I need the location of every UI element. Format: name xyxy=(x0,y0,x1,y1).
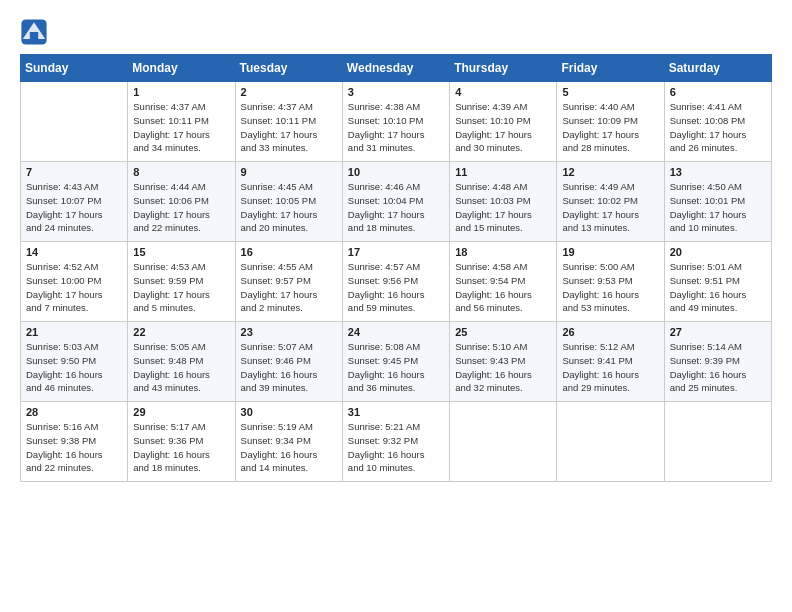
calendar-cell: 16Sunrise: 4:55 AM Sunset: 9:57 PM Dayli… xyxy=(235,242,342,322)
calendar-cell: 31Sunrise: 5:21 AM Sunset: 9:32 PM Dayli… xyxy=(342,402,449,482)
day-number: 2 xyxy=(241,86,337,98)
day-number: 6 xyxy=(670,86,766,98)
day-number: 9 xyxy=(241,166,337,178)
day-number: 14 xyxy=(26,246,122,258)
day-number: 17 xyxy=(348,246,444,258)
calendar-cell: 28Sunrise: 5:16 AM Sunset: 9:38 PM Dayli… xyxy=(21,402,128,482)
day-info: Sunrise: 4:37 AM Sunset: 10:11 PM Daylig… xyxy=(241,100,337,155)
day-info: Sunrise: 4:41 AM Sunset: 10:08 PM Daylig… xyxy=(670,100,766,155)
day-number: 4 xyxy=(455,86,551,98)
calendar-week-4: 21Sunrise: 5:03 AM Sunset: 9:50 PM Dayli… xyxy=(21,322,772,402)
calendar-cell: 10Sunrise: 4:46 AM Sunset: 10:04 PM Dayl… xyxy=(342,162,449,242)
day-number: 19 xyxy=(562,246,658,258)
day-info: Sunrise: 5:01 AM Sunset: 9:51 PM Dayligh… xyxy=(670,260,766,315)
day-number: 16 xyxy=(241,246,337,258)
day-info: Sunrise: 5:07 AM Sunset: 9:46 PM Dayligh… xyxy=(241,340,337,395)
calendar-cell xyxy=(450,402,557,482)
day-info: Sunrise: 5:12 AM Sunset: 9:41 PM Dayligh… xyxy=(562,340,658,395)
header-day-sunday: Sunday xyxy=(21,55,128,82)
day-info: Sunrise: 4:50 AM Sunset: 10:01 PM Daylig… xyxy=(670,180,766,235)
day-info: Sunrise: 5:14 AM Sunset: 9:39 PM Dayligh… xyxy=(670,340,766,395)
day-number: 1 xyxy=(133,86,229,98)
header-day-monday: Monday xyxy=(128,55,235,82)
calendar-cell: 24Sunrise: 5:08 AM Sunset: 9:45 PM Dayli… xyxy=(342,322,449,402)
header-row-days: SundayMondayTuesdayWednesdayThursdayFrid… xyxy=(21,55,772,82)
day-number: 8 xyxy=(133,166,229,178)
day-info: Sunrise: 4:46 AM Sunset: 10:04 PM Daylig… xyxy=(348,180,444,235)
calendar-cell: 23Sunrise: 5:07 AM Sunset: 9:46 PM Dayli… xyxy=(235,322,342,402)
calendar-cell: 25Sunrise: 5:10 AM Sunset: 9:43 PM Dayli… xyxy=(450,322,557,402)
day-number: 26 xyxy=(562,326,658,338)
day-info: Sunrise: 4:52 AM Sunset: 10:00 PM Daylig… xyxy=(26,260,122,315)
calendar-cell xyxy=(557,402,664,482)
calendar-cell: 19Sunrise: 5:00 AM Sunset: 9:53 PM Dayli… xyxy=(557,242,664,322)
day-info: Sunrise: 4:55 AM Sunset: 9:57 PM Dayligh… xyxy=(241,260,337,315)
calendar-cell: 6Sunrise: 4:41 AM Sunset: 10:08 PM Dayli… xyxy=(664,82,771,162)
calendar-week-1: 1Sunrise: 4:37 AM Sunset: 10:11 PM Dayli… xyxy=(21,82,772,162)
day-info: Sunrise: 4:57 AM Sunset: 9:56 PM Dayligh… xyxy=(348,260,444,315)
calendar-cell: 5Sunrise: 4:40 AM Sunset: 10:09 PM Dayli… xyxy=(557,82,664,162)
day-number: 10 xyxy=(348,166,444,178)
day-number: 27 xyxy=(670,326,766,338)
calendar-cell: 17Sunrise: 4:57 AM Sunset: 9:56 PM Dayli… xyxy=(342,242,449,322)
day-number: 31 xyxy=(348,406,444,418)
day-number: 15 xyxy=(133,246,229,258)
calendar-cell: 27Sunrise: 5:14 AM Sunset: 9:39 PM Dayli… xyxy=(664,322,771,402)
day-info: Sunrise: 4:53 AM Sunset: 9:59 PM Dayligh… xyxy=(133,260,229,315)
day-info: Sunrise: 4:45 AM Sunset: 10:05 PM Daylig… xyxy=(241,180,337,235)
calendar-container: SundayMondayTuesdayWednesdayThursdayFrid… xyxy=(0,0,792,492)
calendar-cell: 20Sunrise: 5:01 AM Sunset: 9:51 PM Dayli… xyxy=(664,242,771,322)
calendar-header: SundayMondayTuesdayWednesdayThursdayFrid… xyxy=(21,55,772,82)
calendar-week-2: 7Sunrise: 4:43 AM Sunset: 10:07 PM Dayli… xyxy=(21,162,772,242)
day-info: Sunrise: 4:48 AM Sunset: 10:03 PM Daylig… xyxy=(455,180,551,235)
calendar-cell: 3Sunrise: 4:38 AM Sunset: 10:10 PM Dayli… xyxy=(342,82,449,162)
day-info: Sunrise: 4:44 AM Sunset: 10:06 PM Daylig… xyxy=(133,180,229,235)
calendar-cell: 1Sunrise: 4:37 AM Sunset: 10:11 PM Dayli… xyxy=(128,82,235,162)
calendar-cell: 2Sunrise: 4:37 AM Sunset: 10:11 PM Dayli… xyxy=(235,82,342,162)
day-number: 7 xyxy=(26,166,122,178)
day-info: Sunrise: 5:21 AM Sunset: 9:32 PM Dayligh… xyxy=(348,420,444,475)
calendar-cell: 30Sunrise: 5:19 AM Sunset: 9:34 PM Dayli… xyxy=(235,402,342,482)
calendar-cell: 29Sunrise: 5:17 AM Sunset: 9:36 PM Dayli… xyxy=(128,402,235,482)
day-info: Sunrise: 5:03 AM Sunset: 9:50 PM Dayligh… xyxy=(26,340,122,395)
calendar-cell: 11Sunrise: 4:48 AM Sunset: 10:03 PM Dayl… xyxy=(450,162,557,242)
calendar-cell: 22Sunrise: 5:05 AM Sunset: 9:48 PM Dayli… xyxy=(128,322,235,402)
calendar-cell: 12Sunrise: 4:49 AM Sunset: 10:02 PM Dayl… xyxy=(557,162,664,242)
day-info: Sunrise: 5:00 AM Sunset: 9:53 PM Dayligh… xyxy=(562,260,658,315)
calendar-cell: 21Sunrise: 5:03 AM Sunset: 9:50 PM Dayli… xyxy=(21,322,128,402)
header-day-thursday: Thursday xyxy=(450,55,557,82)
logo-icon xyxy=(20,18,48,46)
calendar-cell: 9Sunrise: 4:45 AM Sunset: 10:05 PM Dayli… xyxy=(235,162,342,242)
day-number: 22 xyxy=(133,326,229,338)
calendar-cell: 4Sunrise: 4:39 AM Sunset: 10:10 PM Dayli… xyxy=(450,82,557,162)
day-info: Sunrise: 4:39 AM Sunset: 10:10 PM Daylig… xyxy=(455,100,551,155)
day-number: 23 xyxy=(241,326,337,338)
day-number: 18 xyxy=(455,246,551,258)
day-info: Sunrise: 5:05 AM Sunset: 9:48 PM Dayligh… xyxy=(133,340,229,395)
day-number: 20 xyxy=(670,246,766,258)
calendar-cell xyxy=(664,402,771,482)
calendar-week-3: 14Sunrise: 4:52 AM Sunset: 10:00 PM Dayl… xyxy=(21,242,772,322)
day-number: 24 xyxy=(348,326,444,338)
day-number: 11 xyxy=(455,166,551,178)
calendar-cell: 26Sunrise: 5:12 AM Sunset: 9:41 PM Dayli… xyxy=(557,322,664,402)
calendar-cell: 14Sunrise: 4:52 AM Sunset: 10:00 PM Dayl… xyxy=(21,242,128,322)
day-number: 21 xyxy=(26,326,122,338)
calendar-cell: 8Sunrise: 4:44 AM Sunset: 10:06 PM Dayli… xyxy=(128,162,235,242)
calendar-cell: 13Sunrise: 4:50 AM Sunset: 10:01 PM Dayl… xyxy=(664,162,771,242)
day-info: Sunrise: 5:10 AM Sunset: 9:43 PM Dayligh… xyxy=(455,340,551,395)
header-day-saturday: Saturday xyxy=(664,55,771,82)
day-info: Sunrise: 4:38 AM Sunset: 10:10 PM Daylig… xyxy=(348,100,444,155)
calendar-cell: 7Sunrise: 4:43 AM Sunset: 10:07 PM Dayli… xyxy=(21,162,128,242)
day-number: 12 xyxy=(562,166,658,178)
day-info: Sunrise: 4:58 AM Sunset: 9:54 PM Dayligh… xyxy=(455,260,551,315)
day-info: Sunrise: 4:49 AM Sunset: 10:02 PM Daylig… xyxy=(562,180,658,235)
header-day-wednesday: Wednesday xyxy=(342,55,449,82)
calendar-cell xyxy=(21,82,128,162)
day-number: 29 xyxy=(133,406,229,418)
day-number: 5 xyxy=(562,86,658,98)
day-info: Sunrise: 5:19 AM Sunset: 9:34 PM Dayligh… xyxy=(241,420,337,475)
day-info: Sunrise: 4:40 AM Sunset: 10:09 PM Daylig… xyxy=(562,100,658,155)
calendar-week-5: 28Sunrise: 5:16 AM Sunset: 9:38 PM Dayli… xyxy=(21,402,772,482)
calendar-body: 1Sunrise: 4:37 AM Sunset: 10:11 PM Dayli… xyxy=(21,82,772,482)
